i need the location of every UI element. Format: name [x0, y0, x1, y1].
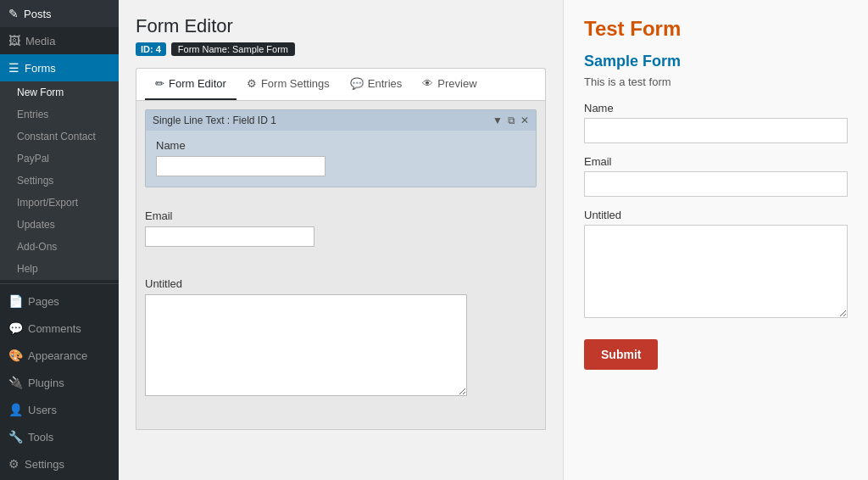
submenu-item-constant-contact[interactable]: Constant Contact [0, 126, 119, 148]
sidebar-item-users-label: Users [28, 404, 57, 416]
posts-icon: ✎ [8, 7, 19, 20]
preview-description: This is a test form [584, 75, 848, 88]
preview-title: Test Form [584, 17, 848, 41]
submenu-item-paypal[interactable]: PayPal [0, 148, 119, 170]
tools-icon: 🔧 [8, 430, 23, 444]
submenu-item-new-form[interactable]: New Form [0, 81, 119, 103]
preview-label-untitled: Untitled [584, 209, 848, 221]
submenu-item-updates[interactable]: Updates [0, 214, 119, 236]
sidebar-item-plugins-label: Plugins [28, 377, 64, 389]
field-email-input[interactable] [145, 226, 314, 247]
sidebar-item-posts[interactable]: ✎ Posts [0, 0, 119, 27]
content-area: Form Editor ID: 4 Form Name: Sample Form… [119, 0, 868, 480]
sidebar: ✎ Posts 🖼 Media ☰ Forms New Form Entries… [0, 0, 119, 480]
badge-id: ID: 4 [136, 42, 166, 56]
sidebar-item-comments[interactable]: 💬 Comments [0, 315, 119, 342]
sidebar-item-forms-label: Forms [25, 62, 56, 75]
sidebar-item-tools-label: Tools [28, 431, 53, 444]
standalone-field-email: Email [145, 201, 537, 255]
tab-form-editor-label: Form Editor [169, 77, 226, 90]
preview-field-email: Email [584, 155, 848, 197]
sidebar-item-posts-label: Posts [24, 8, 52, 20]
field-name-label: Name [156, 139, 526, 152]
tab-form-editor[interactable]: ✏ Form Editor [145, 69, 236, 100]
tab-form-settings-label: Form Settings [261, 77, 330, 90]
bottom-settings-icon: ⚙ [8, 457, 19, 471]
field-block-actions: ▼ ⧉ ✕ [492, 114, 529, 126]
preview-field-name: Name [584, 102, 848, 143]
preview-icon: 👁 [422, 77, 433, 90]
sidebar-item-bottom-settings[interactable]: ⚙ Settings [0, 450, 119, 477]
field-untitled-label: Untitled [145, 277, 537, 290]
field-block-title: Single Line Text : Field ID 1 [153, 114, 276, 126]
field-name-input[interactable] [156, 156, 326, 176]
form-editor-panel: Form Editor ID: 4 Form Name: Sample Form… [119, 0, 563, 480]
field-copy-icon[interactable]: ⧉ [508, 114, 515, 126]
sidebar-item-appearance-label: Appearance [28, 349, 87, 362]
appearance-icon: 🎨 [8, 349, 23, 362]
sidebar-item-media[interactable]: 🖼 Media [0, 27, 119, 54]
comments-icon: 💬 [8, 321, 23, 335]
field-block-header: Single Line Text : Field ID 1 ▼ ⧉ ✕ [146, 110, 536, 131]
field-email-label: Email [145, 209, 537, 222]
preview-panel: Test Form Sample Form This is a test for… [563, 0, 868, 480]
sidebar-item-comments-label: Comments [28, 322, 81, 335]
sidebar-item-appearance[interactable]: 🎨 Appearance [0, 342, 119, 369]
submenu-item-import-export[interactable]: Import/Export [0, 192, 119, 214]
sidebar-item-plugins[interactable]: 🔌 Plugins [0, 369, 119, 396]
field-block-name: Single Line Text : Field ID 1 ▼ ⧉ ✕ Name [145, 109, 537, 187]
sidebar-item-pages-label: Pages [28, 295, 59, 308]
tab-preview[interactable]: 👁 Preview [412, 69, 487, 100]
plugins-icon: 🔌 [8, 376, 23, 389]
sidebar-item-pages[interactable]: 📄 Pages [0, 287, 119, 315]
field-delete-icon[interactable]: ✕ [520, 114, 529, 126]
badge-name: Form Name: Sample Form [171, 42, 295, 56]
sidebar-item-tools[interactable]: 🔧 Tools [0, 423, 119, 450]
editor-body: Single Line Text : Field ID 1 ▼ ⧉ ✕ Name [136, 100, 546, 430]
forms-icon: ☰ [8, 61, 19, 75]
preview-textarea-untitled[interactable] [584, 225, 848, 318]
sidebar-item-forms[interactable]: ☰ Forms [0, 54, 119, 81]
form-editor-icon: ✏ [155, 77, 164, 90]
field-block-body: Name [146, 131, 536, 187]
preview-field-untitled: Untitled [584, 209, 848, 321]
form-settings-icon: ⚙ [247, 77, 257, 90]
submenu-item-help[interactable]: Help [0, 258, 119, 280]
sidebar-item-media-label: Media [25, 35, 55, 47]
preview-form-title: Sample Form [584, 53, 848, 70]
preview-input-email[interactable] [584, 171, 848, 197]
sidebar-item-users[interactable]: 👤 Users [0, 396, 119, 423]
sidebar-divider [0, 283, 119, 284]
standalone-field-untitled: Untitled [145, 269, 537, 407]
main-content: Form Editor ID: 4 Form Name: Sample Form… [119, 0, 868, 480]
entries-icon: 💬 [350, 77, 364, 90]
title-badges: ID: 4 Form Name: Sample Form [136, 42, 546, 56]
tab-form-settings[interactable]: ⚙ Form Settings [236, 69, 340, 100]
media-icon: 🖼 [8, 34, 20, 47]
preview-label-email: Email [584, 155, 848, 168]
tab-entries[interactable]: 💬 Entries [340, 69, 412, 100]
field-dropdown-icon[interactable]: ▼ [492, 114, 503, 126]
tab-entries-label: Entries [368, 77, 402, 90]
forms-submenu: New Form Entries Constant Contact PayPal… [0, 81, 119, 280]
pages-icon: 📄 [8, 294, 23, 308]
preview-submit-button[interactable]: Submit [584, 339, 658, 370]
page-title: Form Editor [136, 15, 546, 37]
preview-input-name[interactable] [584, 118, 848, 143]
tab-preview-label: Preview [437, 77, 476, 90]
submenu-item-add-ons[interactable]: Add-Ons [0, 236, 119, 258]
submenu-item-settings[interactable]: Settings [0, 170, 119, 192]
sidebar-item-bottom-settings-label: Settings [25, 458, 64, 471]
field-untitled-textarea[interactable] [145, 294, 467, 396]
form-tabs: ✏ Form Editor ⚙ Form Settings 💬 Entries … [136, 68, 546, 100]
preview-label-name: Name [584, 102, 848, 114]
users-icon: 👤 [8, 403, 23, 416]
submenu-item-entries[interactable]: Entries [0, 103, 119, 126]
